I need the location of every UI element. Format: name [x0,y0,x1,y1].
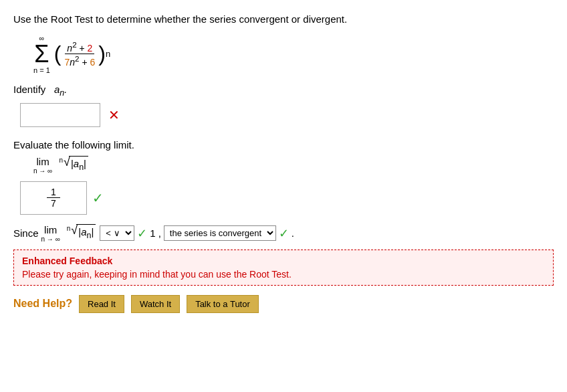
limit-display: lim n → ∞ n √ |an| [33,156,554,175]
space1 [49,84,51,95]
den-constant: 6 [90,57,95,68]
root-content: |an| [69,156,88,174]
since-root-idx: n [67,225,71,232]
limit-answer-box[interactable]: 1 7 [20,181,87,215]
sigma-bottom: n = 1 [33,66,50,74]
feedback-text: Please try again, keeping in mind that y… [22,269,545,280]
since-n: n [86,231,91,240]
since-label: Since [13,227,39,239]
frac-numerator: n2 + 2 [65,40,94,54]
num-constant: 2 [88,43,93,54]
since-nth-root: n √ |an| [67,224,96,242]
summation-symbol: ∞ Σ n = 1 [33,34,50,74]
frac-denominator: 7n2 + 6 [62,54,97,68]
space2 [55,159,58,171]
plus-num: + [80,43,88,54]
inequality-dropdown[interactable]: < ∨ > = [100,225,134,241]
open-paren: ( [54,44,62,64]
convergence-check: ✓ [279,226,289,241]
n-squared-num: n [67,43,72,54]
need-help-section: Need Help? Read It Watch It Talk to a Tu… [13,295,554,313]
since-lim: lim n → ∞ [41,224,60,243]
den-sup2: 2 [75,54,79,63]
since-lim-sub: n → ∞ [41,235,60,243]
n-sub: n [79,163,84,172]
need-help-label: Need Help? [13,298,72,310]
sigma-char: Σ [34,42,49,66]
since-check: ✓ [137,226,147,241]
period: . [292,227,294,239]
feedback-box: Enhanced Feedback Please try again, keep… [13,250,554,286]
identify-line: Identify an. [13,84,554,98]
watch-it-button[interactable]: Watch It [131,295,180,313]
since-lim-word: lim [44,224,57,235]
answer-check: ✓ [92,190,104,206]
comma: , [158,227,161,239]
series-formula: ∞ Σ n = 1 ( n2 + 2 7n2 + 6 ) n [33,34,554,74]
problem-container: Use the Root Test to determine whether t… [13,12,554,313]
answer-row: 1 7 ✓ [20,181,554,215]
evaluate-section: Evaluate the following limit. lim n → ∞ … [13,139,554,175]
problem-instruction: Use the Root Test to determine whether t… [13,12,554,27]
since-root-content: |an| [76,224,96,242]
close-paren: ) [98,44,106,64]
evaluate-label: Evaluate the following limit. [13,139,554,151]
an-input[interactable] [20,103,100,127]
plus-den: + [82,57,90,68]
lim-word: lim [37,156,49,167]
root-index: n [59,157,63,164]
variable-an: an. [54,84,67,95]
nth-root: n √ |an| [59,156,88,174]
series-fraction: n2 + 2 7n2 + 6 [62,40,97,67]
num-sup2: 2 [72,40,76,49]
convergence-dropdown[interactable]: the series is convergent the series is d… [164,225,276,241]
answer-num: 1 [47,187,60,198]
n-squared-den: n [70,57,75,68]
a-var: a [74,158,79,169]
since-line: Since lim n → ∞ n √ |an| < ∨ > = ✓ 1 , t… [13,224,554,243]
comparison-value: 1 [150,227,155,239]
feedback-title: Enhanced Feedback [22,256,545,266]
answer-den: 7 [47,198,60,209]
an-x-mark: ✕ [108,108,120,122]
read-it-button[interactable]: Read It [79,295,124,313]
an-input-row: ✕ [20,103,554,127]
answer-fraction: 1 7 [47,187,60,209]
talk-to-tutor-button[interactable]: Talk to a Tutor [187,295,259,313]
lim-block: lim n → ∞ [33,156,52,175]
series-exponent: n [106,49,110,59]
lim-subscript: n → ∞ [33,167,52,175]
identify-label: Identify [13,84,45,95]
